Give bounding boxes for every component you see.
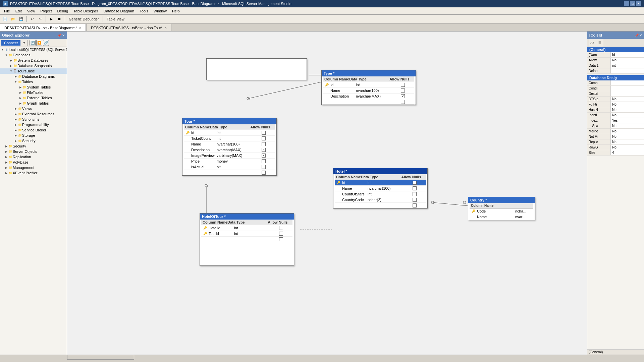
hoteloftour-table[interactable]: HotelOfTour * Column Name Data Type Allo… [200, 213, 294, 266]
tree-item-sys-db[interactable]: ▶ 📁 System Databases [0, 58, 67, 63]
tree-item-ext-tables[interactable]: ▶ 📁 External Tables [0, 95, 67, 101]
tab-tour[interactable]: DESKTOP-ITDASH9\S...rsBase - dbo.Tour* ✕ [87, 24, 171, 31]
hoteloftour-tourid-checkbox[interactable] [279, 232, 283, 236]
tree-item-service-broker[interactable]: ▶ 📁 Service Broker [0, 127, 67, 133]
oe-filter-btn[interactable]: 🔽 [36, 40, 42, 46]
hotel-countrycode-checkbox[interactable] [413, 198, 417, 202]
tb-open[interactable]: 📂 [9, 15, 17, 23]
hotel-empty-checkbox[interactable] [413, 203, 417, 207]
tb-new-query[interactable]: 📄 [1, 15, 9, 23]
menu-database-diagram[interactable]: Database Diagram [101, 8, 137, 14]
tour-row-price[interactable]: Price money [184, 159, 275, 164]
country-row-code[interactable]: 🔑 Code ncha... [470, 208, 533, 214]
tour-desc-checkbox[interactable] [262, 148, 266, 152]
tour-imagepreview-checkbox[interactable] [262, 154, 266, 158]
tab-tour-close[interactable]: ✕ [164, 26, 167, 29]
maximize-btn[interactable]: □ [630, 1, 635, 6]
type-id-checkbox[interactable] [401, 83, 405, 87]
hoteloftour-row-tourid[interactable]: 🔑 TourId int [201, 231, 292, 237]
tab-diagram[interactable]: DESKTOP-ITDASH9\...se - BaseDiagramm* ✕ [0, 24, 86, 31]
tour-isactual-checkbox[interactable] [262, 165, 266, 169]
menu-debug[interactable]: Debug [55, 8, 71, 14]
type-row-desc[interactable]: Description nvarchar(MAX) [323, 94, 414, 99]
type-table[interactable]: Type * Column Name Data Type Allow Nulls… [321, 70, 416, 105]
tree-item-server-objects[interactable]: ▶ 📁 Server Objects [0, 149, 67, 154]
prop-pin-btn[interactable]: 📌 [635, 34, 639, 37]
tour-row-name[interactable]: Name nvarchar(100) [184, 141, 275, 147]
prop-general-header[interactable]: (General) [587, 47, 644, 52]
tour-empty-checkbox[interactable] [262, 171, 266, 175]
tree-item-tables[interactable]: ▼ 📁 Tables [0, 79, 67, 84]
country-row-name[interactable]: Name nvar... [470, 214, 533, 220]
tree-item-management[interactable]: ▶ 📁 Management [0, 165, 67, 170]
hotel-table[interactable]: Hotel * Column Name Data Type Allow Null… [333, 168, 428, 208]
tree-item-security-db[interactable]: ▶ 📁 Security [0, 138, 67, 143]
hoteloftour-row-hotelid[interactable]: 🔑 HotelId int [201, 225, 292, 231]
oe-refresh-btn[interactable]: 🔄 [30, 40, 36, 46]
menu-help[interactable]: Help [169, 8, 182, 14]
oe-connect-btn[interactable]: Connect [1, 40, 20, 46]
menu-tools[interactable]: Tools [137, 8, 151, 14]
tree-item-ext-resources[interactable]: ▶ 📁 External Resources [0, 111, 67, 117]
country-table[interactable]: Country * Column Name 🔑 Code ncha... Nam… [468, 197, 535, 220]
tree-item-security[interactable]: ▶ 📁 Security [0, 143, 67, 149]
tour-row-ticketcount[interactable]: TicketCount int [184, 136, 275, 141]
hotel-name-checkbox[interactable] [413, 186, 417, 190]
tb-redo[interactable]: ↪ [37, 15, 44, 23]
tree-item-databases[interactable]: ▼ 📁 Databases [0, 52, 67, 58]
type-row-name[interactable]: Name nvarchar(100) [323, 88, 414, 94]
menu-file[interactable]: File [1, 8, 13, 14]
tree-item-snapshots[interactable]: ▶ 📁 Database Snapshots [0, 63, 67, 68]
tb-save[interactable]: 💾 [17, 15, 25, 23]
h-scrollbar[interactable] [0, 355, 644, 360]
tree-item-db-diagrams[interactable]: ▶ 📁 Database Diagrams [0, 74, 67, 79]
oe-pin-btn[interactable]: 📌 [57, 34, 61, 37]
tree-item-graph-tables[interactable]: ▶ 📁 Graph Tables [0, 101, 67, 106]
tree-item-server[interactable]: ▼ 🖥 localhost\SQLEXPRESS (SQL Server 14.… [0, 47, 67, 52]
menu-table-designer[interactable]: Table Designer [71, 8, 101, 14]
tree-item-views[interactable]: ▶ 📁 Views [0, 106, 67, 111]
prop-close-btn[interactable]: ✕ [639, 34, 642, 37]
type-empty-checkbox[interactable] [401, 100, 405, 104]
hoteloftour-empty-checkbox[interactable] [279, 237, 283, 241]
menu-project[interactable]: Project [38, 8, 54, 14]
tour-name-checkbox[interactable] [262, 142, 266, 146]
menu-edit[interactable]: Edit [13, 8, 24, 14]
tree-item-storage[interactable]: ▶ 📁 Storage [0, 133, 67, 138]
tree-item-replication[interactable]: ▶ 📁 Replication [0, 154, 67, 160]
hotel-countofstars-checkbox[interactable] [413, 192, 417, 196]
h-scrollbar-thumb[interactable] [67, 355, 134, 360]
tour-id-checkbox[interactable] [262, 131, 266, 135]
tour-ticketcount-checkbox[interactable] [262, 136, 266, 140]
tree-item-polybase[interactable]: ▶ 📁 PolyBase [0, 160, 67, 165]
tb-stop[interactable]: ⏹ [56, 15, 63, 23]
tree-item-toursbase[interactable]: ▼ 🗄 ToursBase [0, 68, 67, 74]
tree-item-sys-tables[interactable]: ▶ 📁 System Tables [0, 84, 67, 90]
tour-row-imagepreview[interactable]: ImagePreview varbinary(MAX) [184, 153, 275, 159]
prop-dbdesign-header[interactable]: Database Desig [587, 75, 644, 80]
diagram-canvas[interactable]: Type * Column Name Data Type Allow Nulls… [67, 32, 587, 355]
type-desc-checkbox[interactable] [401, 94, 405, 98]
tour-price-checkbox[interactable] [262, 159, 266, 163]
type-row-id[interactable]: 🔑 Id int [323, 82, 414, 88]
tab-diagram-close[interactable]: ✕ [79, 26, 82, 29]
hotel-row-name[interactable]: Name nvarchar(100) [335, 186, 426, 191]
tour-row-desc[interactable]: Description nvarchar(MAX) [184, 147, 275, 153]
tour-row-id[interactable]: 🔑 Id int [184, 130, 275, 136]
oe-sync-btn[interactable]: 🔗 [43, 40, 49, 46]
menu-window[interactable]: Window [151, 8, 169, 14]
oe-tree[interactable]: ▼ 🖥 localhost\SQLEXPRESS (SQL Server 14.… [0, 47, 67, 355]
tb-undo[interactable]: ↩ [29, 15, 36, 23]
hoteloftour-hotelid-checkbox[interactable] [279, 226, 283, 230]
hotel-row-countrycode[interactable]: CountryCode nchar(2) [335, 197, 426, 203]
minimize-btn[interactable]: ─ [624, 1, 629, 6]
close-btn[interactable]: ✕ [636, 1, 641, 6]
tree-item-filetables[interactable]: ▶ 📁 FileTables [0, 90, 67, 95]
tour-table[interactable]: Tour * Column Name Data Type Allow Nulls… [182, 118, 277, 176]
menu-view[interactable]: View [24, 8, 38, 14]
tour-row-isactual[interactable]: IsActual bit [184, 164, 275, 170]
hotel-id-checkbox[interactable] [413, 181, 417, 185]
hotel-row-id[interactable]: 🔑 Id int [335, 180, 426, 186]
unnamed-table[interactable] [206, 58, 307, 80]
hotel-row-countofstars[interactable]: CountOfStars int [335, 191, 426, 197]
